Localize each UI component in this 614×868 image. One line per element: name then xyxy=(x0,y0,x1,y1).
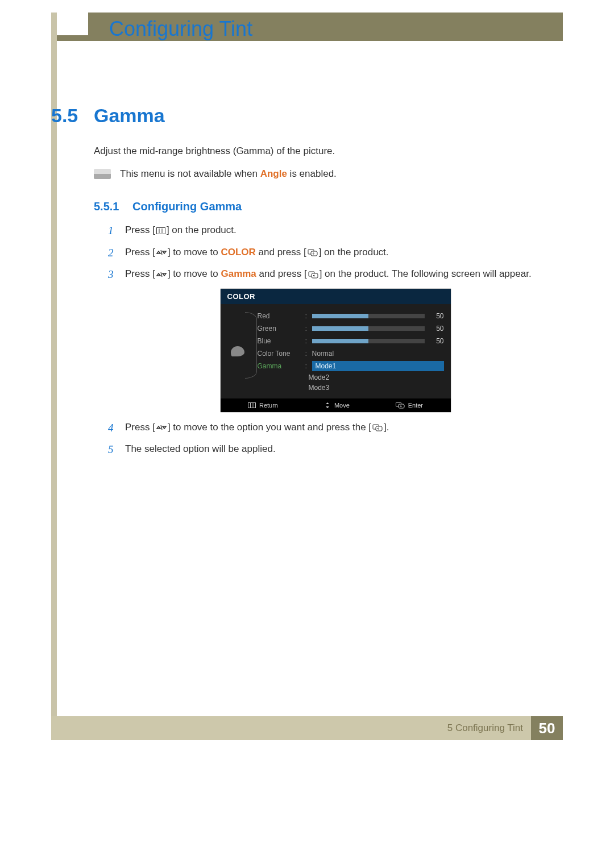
updown-icon xyxy=(155,248,168,257)
chapter-title: Configuring Tint xyxy=(109,17,252,41)
footer-label: 5 Configuring Tint xyxy=(447,716,531,740)
slider-blue xyxy=(312,339,425,343)
osd-gamma-option: Mode2 xyxy=(305,372,444,383)
enter-icon xyxy=(396,402,405,409)
step-num: 4 xyxy=(108,420,117,437)
slider-green xyxy=(312,326,425,331)
step-3: 3 Press [] to move to Gamma and press []… xyxy=(108,267,563,283)
steps: 1 Press [] on the product. 2 Press [] to… xyxy=(108,223,563,464)
palette-icon xyxy=(231,346,244,356)
step-2: 2 Press [] to move to COLOR and press []… xyxy=(108,245,563,261)
osd-row-gamma: Gamma : Mode1 xyxy=(255,360,444,372)
header-tab xyxy=(57,13,88,35)
osd-category-icon xyxy=(225,310,251,393)
osd-row-green: Green : 50 xyxy=(255,322,444,335)
svg-line-6 xyxy=(161,272,162,277)
step-1: 1 Press [] on the product. xyxy=(108,223,563,239)
osd-gamma-option: Mode3 xyxy=(305,383,444,393)
osd-row-colortone: Color Tone : Normal xyxy=(255,347,444,360)
osd-row-red: Red : 50 xyxy=(255,310,444,322)
page-number: 50 xyxy=(531,716,563,740)
section-number: 5.5 xyxy=(51,105,78,127)
enter-icon xyxy=(307,270,320,279)
svg-line-14 xyxy=(161,425,162,430)
note-icon xyxy=(94,169,111,179)
note-text: This menu is not available when Angle is… xyxy=(120,168,337,180)
keyword-color: COLOR xyxy=(221,247,255,258)
note-highlight: Angle xyxy=(260,168,287,179)
step-num: 1 xyxy=(108,223,117,239)
step-text: Press [] to move to Gamma and press [] o… xyxy=(125,267,563,281)
move-icon xyxy=(324,402,331,409)
osd-footer: Return Move Enter xyxy=(221,398,451,412)
section-title: Gamma xyxy=(94,105,165,127)
return-icon xyxy=(248,402,256,408)
osd-return: Return xyxy=(248,402,278,409)
slider-red xyxy=(312,314,425,318)
step-text: Press [] to move to COLOR and press [] o… xyxy=(125,245,563,260)
subsection-number: 5.5.1 xyxy=(94,200,119,213)
section-intro: Adjust the mid-range brightness (Gamma) … xyxy=(94,146,335,157)
note-pre: This menu is not available when xyxy=(120,168,260,179)
updown-icon xyxy=(155,270,168,279)
updown-icon xyxy=(155,423,168,432)
svg-rect-0 xyxy=(156,227,165,234)
svg-rect-9 xyxy=(248,402,255,408)
note-post: is enabled. xyxy=(287,168,337,179)
osd-enter: Enter xyxy=(396,402,423,409)
step-4: 4 Press [] to move to the option you wan… xyxy=(108,420,563,437)
enter-icon xyxy=(306,248,319,257)
step-num: 3 xyxy=(108,267,117,283)
osd-title: COLOR xyxy=(221,289,451,304)
step-text: Press [] to move to the option you want … xyxy=(125,420,563,435)
step-5: 5 The selected option will be applied. xyxy=(108,442,563,458)
keyword-gamma: Gamma xyxy=(221,268,256,279)
svg-line-3 xyxy=(161,250,162,255)
osd-move: Move xyxy=(324,402,350,409)
step-num: 2 xyxy=(108,245,117,261)
subsection-title: Configuring Gamma xyxy=(132,200,242,213)
step-text: The selected option will be applied. xyxy=(125,442,563,456)
step-text: Press [] on the product. xyxy=(125,223,563,238)
menu-icon xyxy=(155,226,167,235)
step-num: 5 xyxy=(108,442,117,458)
osd-gamma-selected: Mode1 xyxy=(312,361,444,371)
osd-row-blue: Blue : 50 xyxy=(255,335,444,347)
note-row: This menu is not available when Angle is… xyxy=(94,168,337,180)
osd-menu: COLOR Red : 50 Green : 50 xyxy=(221,289,451,412)
footer-band: 5 Configuring Tint 50 xyxy=(51,716,563,740)
enter-icon xyxy=(371,423,384,432)
